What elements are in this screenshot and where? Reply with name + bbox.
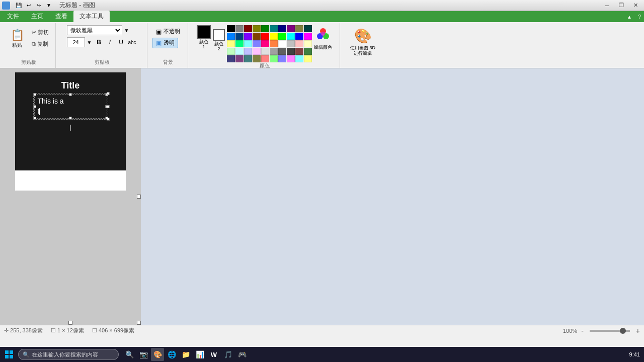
outer-handle-br[interactable] bbox=[107, 118, 110, 121]
color-swatch[interactable] bbox=[261, 33, 269, 40]
color-swatch[interactable] bbox=[261, 40, 269, 47]
color-swatch[interactable] bbox=[227, 25, 235, 32]
opaque-button[interactable]: ▣ 不透明 bbox=[152, 26, 184, 37]
color-swatch[interactable] bbox=[253, 48, 261, 55]
taskbar-edge[interactable]: 🌐 bbox=[165, 348, 178, 361]
color-swatch[interactable] bbox=[244, 55, 252, 62]
dropdown-quick-btn[interactable]: ▼ bbox=[44, 1, 53, 10]
color-swatch[interactable] bbox=[287, 55, 295, 62]
canvas-image-area[interactable]: Title This is a bbox=[15, 72, 126, 170]
handle-tm[interactable] bbox=[69, 93, 72, 96]
font-family-select[interactable]: 微软雅黑 Arial 宋体 bbox=[67, 25, 122, 35]
color-swatch[interactable] bbox=[287, 25, 295, 32]
color-swatch[interactable] bbox=[304, 25, 312, 32]
zoom-slider[interactable] bbox=[590, 330, 630, 332]
restore-button[interactable]: ❐ bbox=[615, 1, 628, 11]
edit-colors-button[interactable] bbox=[314, 25, 332, 43]
color-swatch[interactable] bbox=[235, 33, 244, 40]
color-swatch[interactable] bbox=[287, 48, 295, 55]
font-family-dropdown[interactable]: ▼ bbox=[123, 28, 130, 33]
color-swatch[interactable] bbox=[244, 48, 252, 55]
ribbon-collapse-btn[interactable]: ▲ bbox=[625, 12, 634, 21]
italic-button[interactable]: I bbox=[105, 37, 115, 47]
bold-button[interactable]: B bbox=[94, 37, 104, 47]
color1-button[interactable]: 颜色1 bbox=[197, 25, 211, 50]
canvas-panel[interactable]: Title This is a bbox=[0, 68, 141, 325]
color-swatch[interactable] bbox=[235, 25, 244, 32]
zoom-in-button[interactable]: + bbox=[636, 327, 640, 335]
taskbar-paint[interactable]: 🎨 bbox=[151, 348, 164, 361]
color-swatch[interactable] bbox=[270, 48, 278, 55]
color-swatch[interactable] bbox=[261, 25, 269, 32]
color-swatch[interactable] bbox=[304, 33, 312, 40]
color2-button[interactable]: 颜色2 bbox=[213, 29, 225, 52]
paste-button[interactable]: 📋 粘贴 bbox=[6, 25, 28, 53]
transparent-button[interactable]: ▣ 透明 bbox=[152, 38, 178, 48]
text-edit-box[interactable]: This is a t bbox=[34, 94, 107, 119]
color-swatch[interactable] bbox=[253, 40, 261, 47]
color-swatch[interactable] bbox=[261, 48, 269, 55]
color-swatch[interactable] bbox=[287, 33, 295, 40]
outer-handle-tr[interactable] bbox=[107, 92, 110, 95]
color-swatch[interactable] bbox=[227, 48, 235, 55]
handle-bl[interactable] bbox=[33, 117, 36, 120]
redo-quick-btn[interactable]: ↪ bbox=[34, 1, 43, 10]
tab-text-tools[interactable]: 文本工具 bbox=[73, 11, 110, 22]
start-button[interactable] bbox=[2, 348, 16, 361]
copy-button[interactable]: ⧉ 复制 bbox=[29, 39, 51, 49]
canvas-handle-bottom[interactable] bbox=[68, 321, 72, 325]
taskbar-excel[interactable]: 📊 bbox=[193, 348, 206, 361]
color-swatch[interactable] bbox=[270, 25, 278, 32]
font-size-input[interactable] bbox=[67, 37, 85, 47]
color-swatch[interactable] bbox=[244, 25, 252, 32]
taskbar-cortana[interactable]: 🔍 bbox=[123, 348, 136, 361]
color-swatch[interactable] bbox=[304, 48, 312, 55]
color-swatch[interactable] bbox=[227, 40, 235, 47]
font-size-dropdown[interactable]: ▼ bbox=[86, 40, 93, 45]
taskbar-camera[interactable]: 📷 bbox=[137, 348, 150, 361]
outer-handle-mr[interactable] bbox=[107, 105, 110, 108]
color-swatch[interactable] bbox=[295, 55, 303, 62]
color-swatch[interactable] bbox=[253, 55, 261, 62]
strikethrough-button[interactable]: abc bbox=[127, 37, 137, 47]
taskbar-search[interactable]: 🔍 在这里输入你要搜索的内容 bbox=[18, 349, 119, 360]
close-button[interactable]: ✕ bbox=[629, 1, 642, 11]
color-swatch[interactable] bbox=[295, 33, 303, 40]
color-swatch[interactable] bbox=[270, 55, 278, 62]
taskbar-music[interactable]: 🎵 bbox=[221, 348, 234, 361]
color-swatch[interactable] bbox=[304, 55, 312, 62]
taskbar-game[interactable]: 🎮 bbox=[235, 348, 249, 361]
color-swatch[interactable] bbox=[244, 40, 252, 47]
color-swatch[interactable] bbox=[253, 33, 261, 40]
undo-quick-btn[interactable]: ↩ bbox=[24, 1, 33, 10]
color-swatch[interactable] bbox=[278, 33, 286, 40]
handle-bm[interactable] bbox=[69, 117, 72, 120]
color-swatch[interactable] bbox=[270, 40, 278, 47]
save-quick-btn[interactable]: 💾 bbox=[14, 1, 23, 10]
ribbon-help-btn[interactable]: ? bbox=[635, 12, 644, 21]
color-swatch[interactable] bbox=[253, 25, 261, 32]
tab-home[interactable]: 主页 bbox=[25, 11, 49, 22]
canvas-handle-right[interactable] bbox=[137, 195, 141, 199]
color-swatch[interactable] bbox=[244, 33, 252, 40]
tab-file[interactable]: 文件 bbox=[1, 11, 25, 22]
color-swatch[interactable] bbox=[235, 40, 244, 47]
color-swatch[interactable] bbox=[287, 40, 295, 47]
taskbar-files[interactable]: 📁 bbox=[179, 348, 192, 361]
zoom-out-button[interactable]: - bbox=[581, 327, 584, 335]
tab-view[interactable]: 查看 bbox=[49, 11, 73, 22]
minimize-button[interactable]: ─ bbox=[601, 1, 614, 11]
color-swatch[interactable] bbox=[261, 55, 269, 62]
color-swatch[interactable] bbox=[295, 40, 303, 47]
color-swatch[interactable] bbox=[278, 25, 286, 32]
color-swatch[interactable] bbox=[278, 40, 286, 47]
color-swatch[interactable] bbox=[227, 55, 235, 62]
handle-ml[interactable] bbox=[33, 105, 36, 108]
underline-button[interactable]: U bbox=[116, 37, 126, 47]
color-swatch[interactable] bbox=[295, 25, 303, 32]
color-swatch[interactable] bbox=[278, 55, 286, 62]
color-swatch[interactable] bbox=[270, 33, 278, 40]
color-swatch[interactable] bbox=[235, 48, 244, 55]
paint3d-button[interactable]: 🎨 使用画图 3D 进行编辑 bbox=[345, 25, 380, 59]
color-swatch[interactable] bbox=[235, 55, 244, 62]
